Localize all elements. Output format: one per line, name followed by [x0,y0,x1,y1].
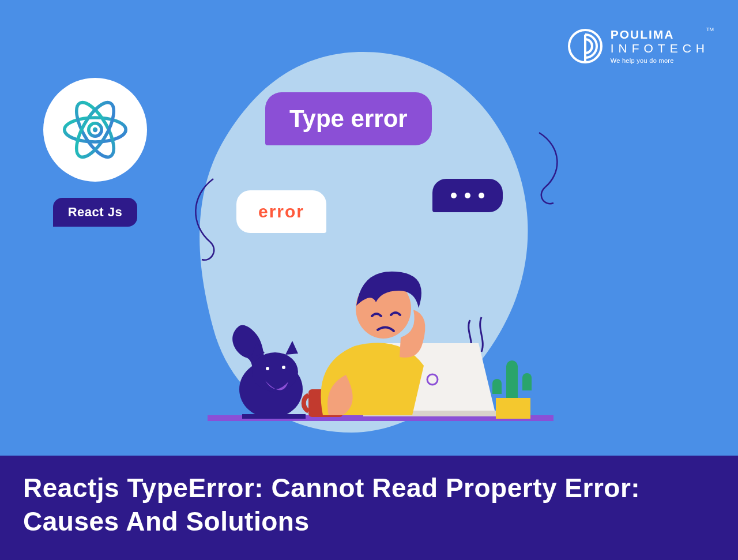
bubble-error: error [236,190,326,233]
cat-icon [232,325,306,419]
react-logo-circle [43,78,147,182]
dot-icon [451,193,457,198]
svg-point-13 [252,352,298,392]
person-icon [321,272,425,415]
brand-name-line1: POULIMA [611,28,709,42]
svg-point-3 [93,127,97,132]
dot-icon [465,193,470,198]
react-badge: React Js [43,78,147,227]
brand-name-line2: INFOTECH [611,42,709,55]
svg-rect-8 [496,398,530,419]
brand-tagline: We help you do more [611,57,709,64]
brand-logo: POULIMA INFOTECH We help you do more [568,28,709,64]
bubble-ellipsis [432,179,503,212]
svg-rect-16 [242,414,306,419]
react-label-pill: React Js [53,198,138,227]
brand-mark-icon [568,29,603,63]
banner-canvas: POULIMA INFOTECH We help you do more TM [0,0,738,560]
cactus-icon [492,360,532,419]
title-bar: Reactjs TypeError: Cannot Read Property … [0,456,738,560]
illustration-scene [208,242,554,444]
svg-point-15 [282,366,285,369]
wisp-right-icon [530,127,571,208]
react-atom-icon [55,89,135,170]
svg-point-14 [266,367,269,370]
trademark-symbol: TM [706,27,714,32]
article-title: Reactjs TypeError: Cannot Read Property … [23,472,715,538]
dot-icon [479,193,484,198]
bubble-type-error: Type error [265,92,432,145]
